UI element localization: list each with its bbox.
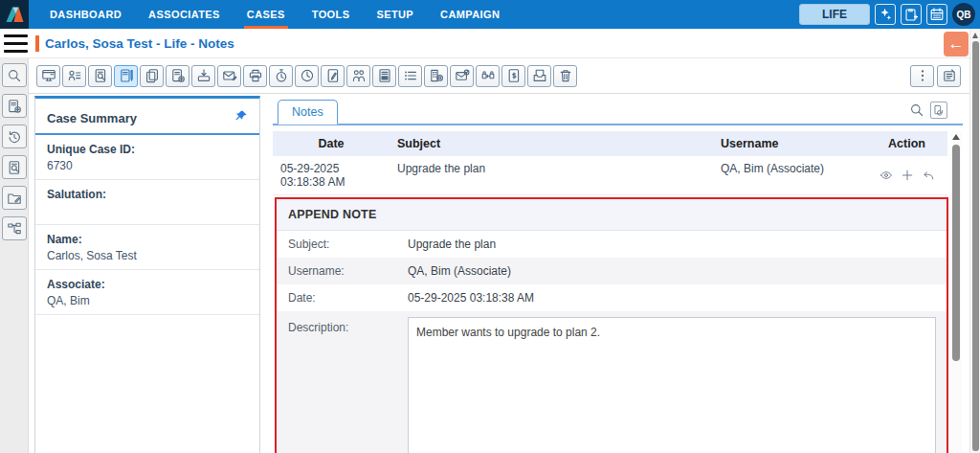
toolbar-doc-tray-icon[interactable] — [527, 65, 551, 87]
column-header-date[interactable]: Date — [273, 131, 390, 156]
toolbar-doc-dollar-icon[interactable] — [501, 65, 525, 87]
life-button[interactable]: LIFE — [799, 4, 870, 25]
toolbar-copy-icon[interactable] — [140, 65, 164, 87]
eye-icon[interactable] — [880, 169, 893, 182]
append-field-value: Upgrade the plan — [408, 238, 935, 251]
append-field-value: 05-29-2025 03:18:38 AM — [408, 291, 935, 305]
sparkles-icon[interactable] — [875, 4, 896, 25]
notes-header-icons — [909, 102, 947, 119]
page-scrollbar[interactable] — [969, 29, 980, 453]
nav-item-dashboard[interactable]: DASHBOARD — [36, 0, 135, 29]
nav-item-cases[interactable]: CASES — [234, 0, 299, 29]
cell-actions — [866, 156, 947, 194]
case-toolbar — [29, 58, 980, 94]
toolbar-locks-link-icon[interactable] — [476, 65, 500, 87]
notes-table: DateSubjectUsernameAction 05-29-2025 03:… — [273, 131, 947, 195]
table-row[interactable]: 05-29-2025 03:18:38 AMUpgrade the planQA… — [273, 156, 947, 195]
toolbar-doc-add-icon[interactable] — [166, 65, 189, 87]
column-header-action[interactable]: Action — [866, 131, 947, 156]
rail-doc-search-icon[interactable] — [2, 155, 27, 179]
case-summary-panel: Case Summary Unique Case ID:6730Salutati… — [34, 96, 260, 453]
toolbar-person-details-icon[interactable] — [62, 65, 86, 87]
field-value: QA, Bim — [47, 294, 248, 308]
column-header-username[interactable]: Username — [713, 131, 866, 156]
field-label: Salutation: — [47, 188, 248, 201]
append-field-row: Username:QA, Bim (Associate) — [277, 258, 947, 284]
clipboard-add-icon[interactable] — [901, 4, 922, 25]
toolbar-sticky-note-icon[interactable] — [937, 65, 961, 87]
nav-item-setup[interactable]: SETUP — [363, 0, 427, 29]
append-field-row: Date:05-29-2025 03:18:38 AM — [277, 284, 947, 311]
calendar-icon[interactable] — [926, 4, 947, 25]
title-accent-bar — [35, 35, 39, 52]
rail-magnifier-icon[interactable] — [2, 63, 27, 87]
toolbar-screen-icon[interactable] — [36, 65, 60, 87]
toolbar-clock-icon[interactable] — [295, 65, 319, 87]
tab-bar: Notes — [273, 100, 963, 125]
notes-scrollbar[interactable] — [950, 131, 962, 453]
append-field-row: Subject:Upgrade the plan — [277, 231, 947, 258]
toolbar-building-coins-icon[interactable] — [424, 65, 448, 87]
toolbar-doc-pen2-icon[interactable] — [321, 65, 345, 87]
append-note-section: APPEND NOTE Subject:Upgrade the planUser… — [275, 197, 948, 453]
page-scroll-up-icon[interactable] — [972, 33, 978, 38]
description-label: Description: — [288, 317, 408, 453]
search-icon[interactable] — [909, 102, 924, 118]
toolbar-fax-doc-icon[interactable] — [372, 65, 396, 87]
nav-right-group: LIFE QB — [799, 3, 980, 26]
rail-folder-pen-icon[interactable] — [2, 186, 27, 210]
description-row: Description: — [277, 311, 947, 453]
field-label: Name: — [47, 233, 248, 246]
toolbar-stopwatch-icon[interactable] — [269, 65, 293, 87]
app-logo-icon[interactable] — [0, 0, 29, 29]
toolbar-people-icon[interactable] — [346, 65, 370, 87]
append-note-fields: Subject:Upgrade the planUsername:QA, Bim… — [277, 231, 947, 311]
toolbar-envelope-pen-icon[interactable] — [217, 65, 241, 87]
left-icon-rail — [0, 58, 29, 453]
rail-hierarchy-icon[interactable] — [2, 216, 27, 240]
nav-item-tools[interactable]: TOOLS — [299, 0, 364, 29]
nav-menu: DASHBOARDASSOCIATESCASESTOOLSSETUPCAMPAI… — [36, 0, 513, 29]
toolbar-kebab-icon[interactable] — [910, 65, 934, 87]
hamburger-menu-icon[interactable] — [4, 34, 28, 53]
description-textarea[interactable] — [408, 317, 936, 453]
field-value — [47, 204, 248, 218]
notes-table-body: 05-29-2025 03:18:38 AMUpgrade the planQA… — [273, 156, 947, 195]
toolbar-printer-icon[interactable] — [243, 65, 267, 87]
nav-icon-buttons — [875, 4, 947, 25]
notes-scrollbar-thumb[interactable] — [952, 145, 960, 361]
case-summary-field: Associate:QA, Bim — [35, 270, 259, 315]
export-icon[interactable] — [930, 102, 947, 119]
pin-icon[interactable] — [234, 109, 248, 126]
page-scrollbar-thumb[interactable] — [972, 41, 979, 451]
rail-history-icon[interactable] — [2, 125, 27, 148]
append-note-title: APPEND NOTE — [277, 199, 947, 231]
rail-doc-add-icon[interactable] — [2, 94, 27, 118]
cell-username: QA, Bim (Associate) — [713, 156, 866, 194]
scroll-up-icon[interactable] — [952, 134, 960, 140]
case-summary-field: Name:Carlos, Sosa Test — [35, 225, 259, 270]
field-label: Unique Case ID: — [47, 143, 248, 156]
case-summary-fields: Unique Case ID:6730Salutation:Name:Carlo… — [35, 135, 259, 315]
append-field-label: Username: — [288, 264, 408, 278]
plus-icon[interactable] — [901, 169, 914, 182]
back-button[interactable]: ← — [944, 32, 969, 57]
toolbar-list-icon[interactable] — [398, 65, 422, 87]
toolbar-envelope-check-icon[interactable] — [450, 65, 474, 87]
cell-date: 05-29-2025 03:18:38 AM — [273, 156, 390, 194]
toolbar-overflow-buttons — [910, 65, 961, 87]
toolbar-trash-icon[interactable] — [553, 65, 577, 87]
field-value: 6730 — [47, 159, 248, 173]
reply-icon[interactable] — [922, 169, 935, 182]
nav-item-campaign[interactable]: CAMPAIGN — [427, 0, 513, 29]
user-avatar[interactable]: QB — [952, 3, 975, 26]
append-field-value: QA, Bim (Associate) — [408, 264, 935, 278]
append-field-label: Subject: — [288, 238, 408, 251]
tab-notes[interactable]: Notes — [278, 100, 338, 125]
toolbar-doc-pen-icon[interactable] — [114, 65, 138, 87]
toolbar-doc-search-icon[interactable] — [88, 65, 112, 87]
toolbar-download-icon[interactable] — [191, 65, 215, 87]
column-header-subject[interactable]: Subject — [390, 131, 713, 156]
nav-item-associates[interactable]: ASSOCIATES — [135, 0, 234, 29]
field-value: Carlos, Sosa Test — [47, 249, 248, 263]
